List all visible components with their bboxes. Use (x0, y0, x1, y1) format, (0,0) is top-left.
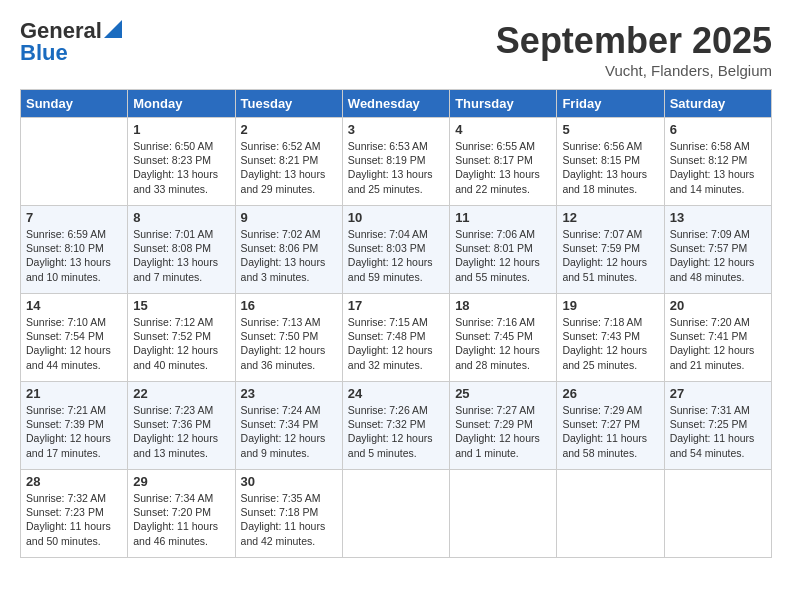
day-number: 5 (562, 122, 658, 137)
calendar-cell (342, 470, 449, 558)
day-info: Sunrise: 7:21 AMSunset: 7:39 PMDaylight:… (26, 403, 122, 460)
day-number: 15 (133, 298, 229, 313)
calendar-cell: 5Sunrise: 6:56 AMSunset: 8:15 PMDaylight… (557, 118, 664, 206)
weekday-header-row: SundayMondayTuesdayWednesdayThursdayFrid… (21, 90, 772, 118)
svg-marker-0 (104, 20, 122, 38)
day-number: 10 (348, 210, 444, 225)
day-info: Sunrise: 7:32 AMSunset: 7:23 PMDaylight:… (26, 491, 122, 548)
day-number: 22 (133, 386, 229, 401)
day-number: 29 (133, 474, 229, 489)
day-number: 7 (26, 210, 122, 225)
day-info: Sunrise: 6:59 AMSunset: 8:10 PMDaylight:… (26, 227, 122, 284)
day-number: 23 (241, 386, 337, 401)
day-info: Sunrise: 7:04 AMSunset: 8:03 PMDaylight:… (348, 227, 444, 284)
day-number: 2 (241, 122, 337, 137)
calendar-cell: 10Sunrise: 7:04 AMSunset: 8:03 PMDayligh… (342, 206, 449, 294)
calendar-cell (450, 470, 557, 558)
calendar-cell: 17Sunrise: 7:15 AMSunset: 7:48 PMDayligh… (342, 294, 449, 382)
day-info: Sunrise: 7:18 AMSunset: 7:43 PMDaylight:… (562, 315, 658, 372)
day-number: 9 (241, 210, 337, 225)
day-number: 21 (26, 386, 122, 401)
weekday-tuesday: Tuesday (235, 90, 342, 118)
day-info: Sunrise: 7:02 AMSunset: 8:06 PMDaylight:… (241, 227, 337, 284)
calendar-cell: 4Sunrise: 6:55 AMSunset: 8:17 PMDaylight… (450, 118, 557, 206)
calendar-cell: 20Sunrise: 7:20 AMSunset: 7:41 PMDayligh… (664, 294, 771, 382)
day-number: 16 (241, 298, 337, 313)
weekday-wednesday: Wednesday (342, 90, 449, 118)
weekday-thursday: Thursday (450, 90, 557, 118)
day-info: Sunrise: 7:13 AMSunset: 7:50 PMDaylight:… (241, 315, 337, 372)
logo-blue-text: Blue (20, 42, 68, 64)
day-info: Sunrise: 7:29 AMSunset: 7:27 PMDaylight:… (562, 403, 658, 460)
day-number: 6 (670, 122, 766, 137)
calendar-cell: 12Sunrise: 7:07 AMSunset: 7:59 PMDayligh… (557, 206, 664, 294)
calendar-week-1: 1Sunrise: 6:50 AMSunset: 8:23 PMDaylight… (21, 118, 772, 206)
calendar-cell (557, 470, 664, 558)
day-info: Sunrise: 7:12 AMSunset: 7:52 PMDaylight:… (133, 315, 229, 372)
calendar-cell: 28Sunrise: 7:32 AMSunset: 7:23 PMDayligh… (21, 470, 128, 558)
day-info: Sunrise: 7:16 AMSunset: 7:45 PMDaylight:… (455, 315, 551, 372)
day-info: Sunrise: 7:10 AMSunset: 7:54 PMDaylight:… (26, 315, 122, 372)
day-info: Sunrise: 7:09 AMSunset: 7:57 PMDaylight:… (670, 227, 766, 284)
day-info: Sunrise: 7:15 AMSunset: 7:48 PMDaylight:… (348, 315, 444, 372)
day-number: 30 (241, 474, 337, 489)
day-number: 24 (348, 386, 444, 401)
day-number: 8 (133, 210, 229, 225)
calendar-cell: 7Sunrise: 6:59 AMSunset: 8:10 PMDaylight… (21, 206, 128, 294)
day-number: 18 (455, 298, 551, 313)
day-info: Sunrise: 6:56 AMSunset: 8:15 PMDaylight:… (562, 139, 658, 196)
calendar-cell: 19Sunrise: 7:18 AMSunset: 7:43 PMDayligh… (557, 294, 664, 382)
day-number: 12 (562, 210, 658, 225)
day-number: 14 (26, 298, 122, 313)
calendar-body: 1Sunrise: 6:50 AMSunset: 8:23 PMDaylight… (21, 118, 772, 558)
calendar-cell: 15Sunrise: 7:12 AMSunset: 7:52 PMDayligh… (128, 294, 235, 382)
calendar-cell: 24Sunrise: 7:26 AMSunset: 7:32 PMDayligh… (342, 382, 449, 470)
calendar-table: SundayMondayTuesdayWednesdayThursdayFrid… (20, 89, 772, 558)
day-info: Sunrise: 6:53 AMSunset: 8:19 PMDaylight:… (348, 139, 444, 196)
day-info: Sunrise: 7:20 AMSunset: 7:41 PMDaylight:… (670, 315, 766, 372)
title-block: September 2025 Vucht, Flanders, Belgium (496, 20, 772, 79)
weekday-monday: Monday (128, 90, 235, 118)
calendar-cell: 11Sunrise: 7:06 AMSunset: 8:01 PMDayligh… (450, 206, 557, 294)
calendar-cell: 9Sunrise: 7:02 AMSunset: 8:06 PMDaylight… (235, 206, 342, 294)
calendar-cell: 6Sunrise: 6:58 AMSunset: 8:12 PMDaylight… (664, 118, 771, 206)
day-info: Sunrise: 7:35 AMSunset: 7:18 PMDaylight:… (241, 491, 337, 548)
day-number: 13 (670, 210, 766, 225)
calendar-cell: 26Sunrise: 7:29 AMSunset: 7:27 PMDayligh… (557, 382, 664, 470)
day-number: 4 (455, 122, 551, 137)
day-number: 26 (562, 386, 658, 401)
day-number: 20 (670, 298, 766, 313)
day-info: Sunrise: 7:01 AMSunset: 8:08 PMDaylight:… (133, 227, 229, 284)
calendar-cell: 16Sunrise: 7:13 AMSunset: 7:50 PMDayligh… (235, 294, 342, 382)
day-number: 3 (348, 122, 444, 137)
weekday-sunday: Sunday (21, 90, 128, 118)
day-number: 11 (455, 210, 551, 225)
logo-general-text: General (20, 20, 102, 42)
calendar-cell (21, 118, 128, 206)
day-info: Sunrise: 7:07 AMSunset: 7:59 PMDaylight:… (562, 227, 658, 284)
day-info: Sunrise: 7:34 AMSunset: 7:20 PMDaylight:… (133, 491, 229, 548)
day-number: 27 (670, 386, 766, 401)
calendar-cell: 25Sunrise: 7:27 AMSunset: 7:29 PMDayligh… (450, 382, 557, 470)
calendar-cell: 3Sunrise: 6:53 AMSunset: 8:19 PMDaylight… (342, 118, 449, 206)
calendar-week-4: 21Sunrise: 7:21 AMSunset: 7:39 PMDayligh… (21, 382, 772, 470)
day-number: 1 (133, 122, 229, 137)
page-header: General Blue September 2025 Vucht, Fland… (20, 20, 772, 79)
calendar-week-5: 28Sunrise: 7:32 AMSunset: 7:23 PMDayligh… (21, 470, 772, 558)
calendar-cell: 1Sunrise: 6:50 AMSunset: 8:23 PMDaylight… (128, 118, 235, 206)
calendar-cell: 27Sunrise: 7:31 AMSunset: 7:25 PMDayligh… (664, 382, 771, 470)
day-info: Sunrise: 7:27 AMSunset: 7:29 PMDaylight:… (455, 403, 551, 460)
day-number: 28 (26, 474, 122, 489)
day-number: 17 (348, 298, 444, 313)
calendar-cell: 30Sunrise: 7:35 AMSunset: 7:18 PMDayligh… (235, 470, 342, 558)
location-title: Vucht, Flanders, Belgium (496, 62, 772, 79)
logo: General Blue (20, 20, 122, 64)
calendar-cell: 13Sunrise: 7:09 AMSunset: 7:57 PMDayligh… (664, 206, 771, 294)
calendar-cell: 14Sunrise: 7:10 AMSunset: 7:54 PMDayligh… (21, 294, 128, 382)
day-info: Sunrise: 6:50 AMSunset: 8:23 PMDaylight:… (133, 139, 229, 196)
logo-icon (104, 20, 122, 38)
month-title: September 2025 (496, 20, 772, 62)
day-info: Sunrise: 6:55 AMSunset: 8:17 PMDaylight:… (455, 139, 551, 196)
day-info: Sunrise: 6:58 AMSunset: 8:12 PMDaylight:… (670, 139, 766, 196)
calendar-cell (664, 470, 771, 558)
